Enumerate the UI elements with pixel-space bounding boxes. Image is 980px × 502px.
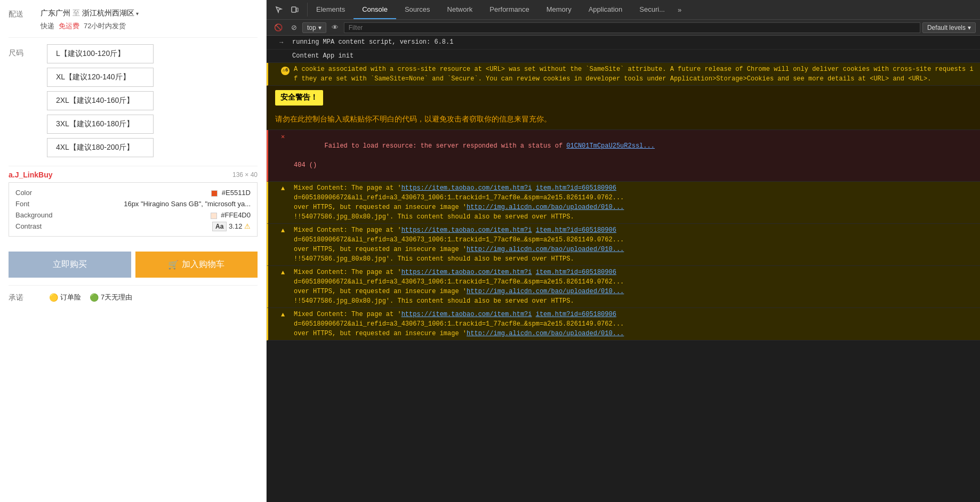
level-selector[interactable]: Default levels ▾ — [922, 22, 976, 33]
color-value: #E5511D — [211, 189, 251, 197]
error-icon: ✕ — [281, 132, 290, 142]
tab-console[interactable]: Console — [354, 0, 396, 19]
collapse-button[interactable]: ⊘ — [288, 22, 300, 33]
bg-label: Background — [15, 211, 52, 219]
promises-section: 承诺 🟡 订单险 🟢 7天无理由 — [9, 285, 258, 303]
inspect-element-button[interactable] — [271, 3, 287, 17]
mixed-link-3a[interactable]: https://item.taobao.com/item.htm?i — [401, 269, 532, 276]
promise-return: 🟢 7天无理由 — [90, 292, 132, 303]
mixed-link-4b[interactable]: item.htm?id=605180906 — [536, 311, 616, 318]
filter-input[interactable] — [344, 22, 920, 33]
font-label: Font — [15, 200, 29, 208]
mixed-warn-icon-1: ▲ — [281, 184, 290, 193]
color-label: Color — [15, 189, 32, 197]
console-line-2: Content App init — [267, 50, 980, 63]
svg-rect-1 — [296, 8, 298, 12]
error-link[interactable]: 01CN01TmCpaU25uR2ssl... — [566, 142, 655, 150]
console-line-mixed-4: ▲ Mixed Content: The page at 'https://it… — [267, 308, 980, 341]
contrast-number: 3.12 — [229, 222, 242, 230]
mixed-link-3b[interactable]: item.htm?id=605180906 — [536, 269, 616, 276]
shipping-from-to: 广东广州 至 浙江杭州西湖区 ▾ — [41, 9, 258, 18]
mixed-link-2c[interactable]: http://img.alicdn.com/bao/uploaded/010..… — [467, 246, 624, 253]
shipping-label: 配送 — [9, 9, 41, 19]
size-option-1[interactable]: L【建议100-120斤】 — [47, 44, 154, 63]
contrast-badge: Aa — [212, 222, 227, 231]
device-toolbar-button[interactable] — [287, 3, 303, 17]
mixed-link-2a[interactable]: https://item.taobao.com/item.htm?i — [401, 226, 532, 234]
link-buy-size: 136 × 40 — [232, 171, 258, 179]
devtools-panel: Elements Console Sources Network Perform… — [267, 0, 980, 502]
size-section: 尺码 L【建议100-120斤】 XL【建议120-140斤】 2XL【建议14… — [9, 44, 258, 157]
shipping-to-dropdown[interactable]: 浙江杭州西湖区 ▾ — [82, 9, 139, 18]
console-text-1: running MPA content script, version: 6.8… — [292, 37, 976, 47]
shipping-detail: 快递 免运费 72小时内发货 — [41, 21, 258, 31]
shipping-method: 快递 — [41, 21, 54, 31]
shipping-from: 广东广州 — [41, 9, 70, 18]
security-warning-text: 请勿在此控制台输入或粘贴你不明白的代码，以避免攻击者窃取你的信息来冒充你。 — [275, 114, 551, 125]
left-panel: 配送 广东广州 至 浙江杭州西湖区 ▾ 快递 免运费 72小时内发货 尺码 L【… — [0, 0, 267, 502]
shipping-time: 72小时内发货 — [84, 21, 126, 31]
size-option-4[interactable]: 3XL【建议160-180斤】 — [47, 115, 154, 134]
promise-insurance: 🟡 订单险 — [49, 292, 81, 303]
action-buttons: 立即购买 🛒 加入购物车 — [9, 252, 258, 278]
level-label: Default levels — [927, 24, 966, 31]
inspector-info: Color #E5511D Font 16px "Hiragino Sans G… — [9, 182, 258, 237]
console-output[interactable]: → running MPA content script, version: 6… — [267, 36, 980, 502]
tab-application[interactable]: Application — [580, 0, 631, 19]
cookie-warning-text: A cookie associated with a cross-site re… — [294, 64, 976, 84]
tab-memory[interactable]: Memory — [538, 0, 580, 19]
size-options: L【建议100-120斤】 XL【建议120-140斤】 2XL【建议140-1… — [47, 44, 258, 157]
mixed-link-3c[interactable]: http://img.alicdn.com/bao/uploaded/010..… — [467, 288, 624, 295]
bg-value: #FFE4D0 — [211, 211, 251, 219]
console-line-mixed-1: ▲ Mixed Content: The page at 'https://it… — [267, 182, 980, 224]
context-selector[interactable]: top ▾ — [302, 22, 326, 33]
insurance-icon: 🟡 — [49, 293, 58, 302]
console-toolbar: 🚫 ⊘ top ▾ 👁 Default levels ▾ — [267, 20, 980, 36]
console-line-error: ✕ Failed to load resource: the server re… — [267, 130, 980, 182]
tab-network[interactable]: Network — [439, 0, 481, 19]
mixed-content-text-3: Mixed Content: The page at 'https://item… — [294, 268, 976, 306]
mixed-link-1c[interactable]: http://img.alicdn.com/bao/uploaded/010..… — [467, 204, 624, 211]
tab-elements[interactable]: Elements — [308, 0, 354, 19]
console-line-cookie-warning: ⚠6 A cookie associated with a cross-site… — [267, 63, 980, 86]
color-swatch — [211, 190, 218, 197]
mixed-link-2b[interactable]: item.htm?id=605180906 — [536, 226, 616, 234]
contrast-label: Contrast — [15, 222, 42, 230]
mixed-link-4a[interactable]: https://item.taobao.com/item.htm?i — [401, 311, 532, 318]
mixed-content-text-4: Mixed Content: The page at 'https://item… — [294, 310, 976, 338]
console-text-2: Content App init — [292, 51, 976, 61]
bg-swatch — [211, 213, 217, 219]
clear-console-button[interactable]: 🚫 — [271, 22, 286, 33]
link-buy-name: a.J_LinkBuy — [9, 171, 52, 179]
size-option-5[interactable]: 4XL【建议180-200斤】 — [47, 138, 154, 157]
devtools-tabs: Elements Console Sources Network Perform… — [308, 0, 673, 19]
size-option-2[interactable]: XL【建议120-140斤】 — [47, 68, 154, 87]
mixed-link-4c[interactable]: http://img.alicdn.com/bao/uploaded/010..… — [467, 330, 624, 337]
return-label: 7天无理由 — [101, 293, 132, 302]
warning-badge: ⚠6 — [281, 67, 290, 75]
tab-sources[interactable]: Sources — [396, 0, 439, 19]
mixed-link-1b[interactable]: item.htm?id=605180906 — [536, 184, 616, 192]
tab-performance[interactable]: Performance — [481, 0, 537, 19]
security-warning-box: 安全警告！ — [275, 90, 323, 107]
eye-button[interactable]: 👁 — [328, 22, 342, 33]
contrast-value: Aa 3.12 ⚠ — [212, 222, 251, 230]
more-tabs-button[interactable]: » — [673, 6, 686, 14]
size-option-3[interactable]: 2XL【建议140-160斤】 — [47, 91, 154, 110]
link-buy-section: a.J_LinkBuy 136 × 40 Color #E5511D Font … — [9, 166, 258, 245]
error-text: Failed to load resource: the server resp… — [294, 132, 976, 180]
cookie-warning-icon: ⚠6 — [281, 65, 290, 75]
shipping-arrow: 至 — [73, 9, 80, 18]
security-warning-title: 安全警告！ — [275, 90, 323, 106]
font-value: 16px "Hiragino Sans GB", "microsoft ya..… — [124, 200, 251, 208]
svg-rect-0 — [292, 7, 296, 12]
shipping-to-text: 浙江杭州西湖区 — [82, 9, 134, 18]
mixed-warn-icon-4: ▲ — [281, 310, 290, 320]
add-cart-button[interactable]: 🛒 加入购物车 — [135, 252, 258, 278]
tab-security[interactable]: Securi... — [631, 0, 673, 19]
mixed-content-text-1: Mixed Content: The page at 'https://item… — [294, 183, 976, 222]
buy-now-button[interactable]: 立即购买 — [9, 252, 131, 278]
promises-label: 承诺 — [9, 292, 41, 303]
cart-icon: 🛒 — [168, 260, 179, 270]
mixed-link-1a[interactable]: https://item.taobao.com/item.htm?i — [401, 184, 532, 192]
